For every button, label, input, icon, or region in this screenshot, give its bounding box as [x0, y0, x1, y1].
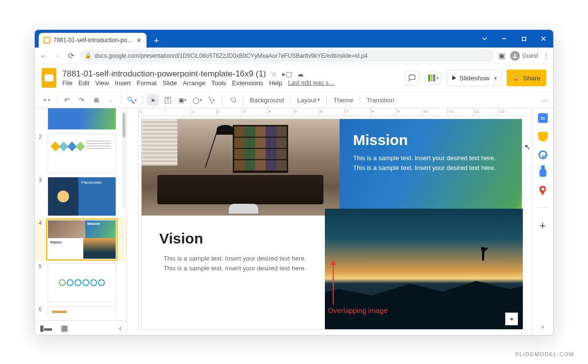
theme-button[interactable]: Theme [331, 97, 355, 104]
menu-edit[interactable]: Edit [78, 79, 89, 87]
url-field[interactable]: 🔒 docs.google.com/presentation/d/1D9CiL0… [80, 49, 494, 62]
browser-tab[interactable]: 7881-01-self-introduction-powe ✕ [39, 33, 147, 48]
menu-bar: File Edit View Insert Format Slide Arran… [62, 79, 335, 87]
svg-rect-1 [522, 37, 526, 41]
select-tool[interactable]: ➤ [147, 94, 159, 106]
last-edit-link[interactable]: Last edit was s… [288, 79, 335, 87]
vision-text-box[interactable]: Vision This is a sample text. Insert you… [142, 216, 325, 329]
slides-logo-icon[interactable] [42, 68, 56, 88]
menu-insert[interactable]: Insert [115, 79, 131, 87]
collapse-panel-icon[interactable]: ‹ [119, 324, 122, 333]
grid-view-icon[interactable]: ▦ [61, 323, 68, 333]
star-icon[interactable]: ☆ [271, 70, 277, 78]
thumb-row-1[interactable]: 1 [35, 108, 126, 132]
play-icon [452, 75, 456, 80]
mission-text-box[interactable]: Mission This is a sample text. Insert yo… [340, 119, 522, 216]
explore-button[interactable]: ✦ [505, 313, 518, 325]
annotation-label: Overlapping image [328, 307, 388, 315]
thumb-row-4[interactable]: 4 Mission Vision [35, 218, 126, 261]
reader-icon[interactable]: ▣ [498, 51, 505, 60]
kebab-menu-icon[interactable]: ⋮ [543, 52, 549, 59]
slideshow-label: Slideshow [459, 74, 490, 82]
move-icon[interactable]: ▸▢ [282, 70, 292, 78]
browser-urlbar: ← → ⟳ 🔒 docs.google.com/presentation/d/1… [35, 48, 553, 64]
vision-title: Vision [159, 230, 310, 247]
contacts-icon[interactable] [539, 168, 546, 177]
url-text: docs.google.com/presentation/d/1D9CiL08o… [95, 52, 368, 59]
app-header: 7881-01-self-introduction-powerpoint-tem… [35, 64, 553, 92]
layout-button[interactable]: Layout ▾ [295, 97, 322, 104]
transition-button[interactable]: Transition [365, 97, 396, 104]
tab-title: 7881-01-self-introduction-powe [53, 37, 133, 44]
nav-forward-button[interactable]: → [52, 51, 62, 60]
background-button[interactable]: Background [248, 97, 286, 104]
image-tool[interactable]: ▣▾ [176, 94, 188, 106]
print-button[interactable]: 🖶 [90, 94, 102, 106]
window-controls [475, 30, 553, 48]
slide-canvas-area: 1 12 34 56 78 910 1112 13 [127, 108, 532, 335]
thumb-row-5[interactable]: 5 [35, 261, 126, 304]
expand-panel-icon[interactable]: › [541, 322, 544, 331]
workspace: 1 2 3 [35, 108, 553, 335]
menu-file[interactable]: File [62, 79, 73, 87]
window-titlebar: 7881-01-self-introduction-powe ✕ + [35, 30, 553, 48]
maps-icon[interactable] [539, 186, 546, 195]
slideshow-dropdown[interactable]: ▾ [490, 70, 502, 86]
slideshow-button[interactable]: Slideshow [447, 70, 495, 86]
paint-format-button[interactable]: ⟐ [105, 94, 117, 106]
vision-body: This is a sample text. Insert your desir… [161, 254, 308, 273]
undo-button[interactable]: ↶ [61, 94, 73, 106]
side-addons-panel: + › [532, 108, 553, 335]
app-shell: 7881-01-self-introduction-powerpoint-tem… [35, 64, 553, 335]
new-tab-button[interactable]: + [149, 34, 163, 48]
redo-button[interactable]: ↷ [75, 94, 87, 106]
menu-tools[interactable]: Tools [211, 79, 226, 87]
lock-icon: 🔒 [85, 52, 92, 59]
menu-format[interactable]: Format [137, 79, 157, 87]
window-close-button[interactable] [534, 30, 553, 48]
slide-thumbnail-panel: 1 2 3 [35, 108, 127, 335]
filmstrip-view-icon[interactable]: ▮▬ [40, 323, 52, 333]
thumb-row-2[interactable]: 2 [35, 132, 126, 175]
keep-icon[interactable] [538, 132, 548, 142]
tasks-icon[interactable] [539, 150, 547, 159]
window-maximize-button[interactable] [514, 30, 534, 48]
close-tab-icon[interactable]: ✕ [136, 37, 142, 44]
ruler-vertical [131, 116, 139, 330]
collapse-toolbar-icon[interactable]: ︿ [542, 96, 548, 104]
thumb-row-6[interactable]: 6 [35, 304, 126, 317]
comment-tool[interactable]: 🗨 [227, 94, 239, 106]
cloud-save-icon[interactable]: ☁ [297, 70, 304, 78]
line-tool[interactable]: ╲▾ [206, 94, 218, 106]
thumb-4: Mission Vision [48, 220, 116, 259]
thumb-1 [48, 108, 116, 130]
menu-help[interactable]: Help [269, 79, 282, 87]
meet-button[interactable]: ▾ [424, 71, 442, 85]
nav-back-button[interactable]: ← [39, 51, 49, 60]
share-label: Share [523, 74, 540, 82]
comments-button[interactable] [405, 71, 419, 85]
share-button[interactable]: 🔒 Share [507, 70, 546, 86]
watermark: SLIDEMODEL.COM [515, 351, 574, 357]
doc-title[interactable]: 7881-01-self-introduction-powerpoint-tem… [62, 69, 266, 79]
office-image[interactable] [142, 119, 340, 216]
window-minimize-button[interactable] [494, 30, 514, 48]
thumb-row-3[interactable]: 3 Placeholder [35, 175, 126, 218]
new-slide-button[interactable]: ＋▾ [40, 94, 51, 106]
window-chevron-icon[interactable] [475, 30, 494, 48]
zoom-button[interactable]: 🔍▾ [126, 94, 138, 106]
add-addon-button[interactable]: + [539, 219, 546, 232]
thumb-scrollbar[interactable] [122, 111, 125, 209]
calendar-icon[interactable] [538, 113, 548, 123]
nav-reload-button[interactable]: ⟳ [66, 51, 76, 60]
lock-icon: 🔒 [513, 74, 520, 81]
screenshot-frame: 7881-01-self-introduction-powe ✕ + ← → ⟳… [0, 0, 588, 364]
menu-arrange[interactable]: Arrange [183, 79, 205, 87]
textbox-tool[interactable]: 🅃 [162, 94, 173, 106]
slide-canvas[interactable]: Mission This is a sample text. Insert yo… [142, 119, 522, 329]
menu-view[interactable]: View [95, 79, 109, 87]
profile-button[interactable]: Guest [510, 51, 538, 61]
menu-extensions[interactable]: Extensions [232, 79, 264, 87]
menu-slide[interactable]: Slide [163, 79, 177, 87]
shape-tool[interactable]: ◯▾ [191, 94, 203, 106]
